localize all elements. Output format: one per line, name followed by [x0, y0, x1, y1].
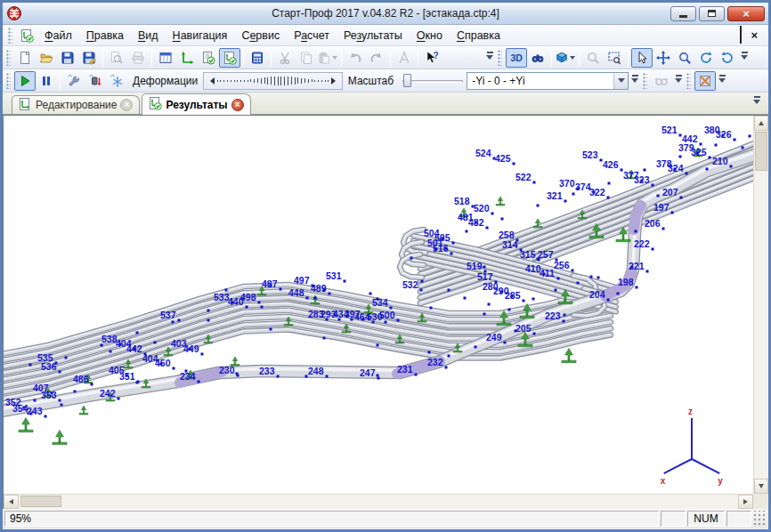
new-document-button[interactable] — [14, 48, 36, 68]
toolbar-overflow-button[interactable] — [672, 72, 685, 90]
node-label: 487 — [262, 278, 278, 289]
tab-results[interactable]: Результаты × — [142, 93, 250, 115]
horizontal-scrollbar[interactable] — [4, 494, 753, 509]
toolbar-overflow-button[interactable] — [738, 49, 751, 67]
node-label: 210 — [712, 156, 728, 166]
node-label: 497 — [294, 275, 310, 286]
scroll-right-button[interactable] — [738, 495, 753, 509]
open-file-button[interactable] — [36, 48, 57, 68]
node-label: 326 — [716, 129, 732, 140]
cold-state-button[interactable] — [106, 71, 127, 91]
save-file-button[interactable] — [57, 48, 78, 68]
resize-grip[interactable] — [753, 511, 767, 527]
node-label: 482 — [468, 217, 484, 228]
toolbar-grip[interactable] — [686, 73, 691, 89]
pan-mode-button[interactable] — [653, 48, 674, 68]
calculate-button[interactable] — [247, 48, 268, 68]
data-table-button[interactable] — [155, 48, 176, 68]
loads-display-button[interactable] — [85, 71, 106, 91]
toolbar-grip[interactable] — [6, 73, 11, 89]
zoom-window-button[interactable] — [604, 48, 625, 68]
view-orientation-button[interactable] — [555, 48, 576, 68]
scroll-up-button[interactable] — [754, 116, 768, 131]
node-label: 197 — [653, 202, 670, 213]
toolbar-grip[interactable] — [498, 50, 502, 66]
supports-display-button[interactable] — [63, 71, 85, 91]
node-marker — [207, 319, 210, 322]
node-label: 206 — [645, 218, 661, 229]
spinner-right-button[interactable] — [330, 73, 341, 89]
node-label: 351 — [119, 371, 135, 382]
menubar-grip[interactable] — [8, 28, 12, 44]
close-button[interactable]: × — [727, 6, 765, 21]
scroll-down-button[interactable] — [754, 479, 768, 494]
toolbar-grip[interactable] — [643, 73, 647, 89]
slider-thumb[interactable] — [403, 74, 411, 87]
results-tab-close-icon[interactable]: × — [231, 99, 244, 111]
menu-item-view[interactable]: Вид — [131, 27, 166, 44]
scroll-left-button[interactable] — [4, 495, 19, 509]
toolbar-overflow-button[interactable] — [716, 72, 728, 90]
save-as-button[interactable] — [78, 48, 100, 68]
node-marker — [644, 169, 646, 172]
toolbar-overflow-button[interactable] — [483, 49, 496, 67]
paste-button[interactable] — [317, 48, 338, 68]
context-help-button[interactable]: ? — [421, 48, 442, 68]
select-mode-button[interactable] — [631, 48, 653, 68]
print-preview-button[interactable] — [106, 48, 127, 68]
vertical-scroll-thumb[interactable] — [755, 132, 767, 171]
zoom-dynamic-button[interactable] — [582, 48, 604, 68]
pause-animation-button[interactable] — [36, 71, 57, 91]
menu-item-calculation[interactable]: Расчет — [287, 27, 337, 44]
node-marker — [652, 184, 654, 187]
menu-item-results[interactable]: Результаты — [337, 27, 410, 44]
rotate-free-mode-button[interactable] — [717, 48, 738, 68]
node-marker — [173, 367, 175, 370]
paste-icon — [318, 51, 330, 65]
glasses-icon — [654, 74, 669, 88]
measure-button[interactable] — [394, 48, 415, 68]
combobox-dropdown-button[interactable] — [613, 73, 628, 89]
print-button[interactable] — [127, 48, 149, 68]
copy-button[interactable] — [296, 48, 317, 68]
menu-item-service[interactable]: Сервис — [234, 27, 287, 44]
node-marker — [136, 332, 139, 335]
redo-button[interactable] — [366, 48, 387, 68]
menu-item-navigation[interactable]: Навигация — [166, 27, 235, 44]
toolbar-grip[interactable] — [6, 50, 11, 66]
undo-button[interactable] — [345, 48, 366, 68]
menu-item-help[interactable]: Справка — [450, 27, 507, 44]
menu-item-file[interactable]: Файл — [37, 27, 79, 44]
rotate-mode-button[interactable] — [695, 48, 717, 68]
menu-item-edit[interactable]: Правка — [79, 27, 131, 44]
zoom-mode-button[interactable] — [674, 48, 695, 68]
scale-slider[interactable] — [402, 73, 463, 89]
status-cell-empty — [726, 511, 751, 527]
tab-editing[interactable]: Редактирование × — [12, 95, 140, 114]
glasses-view-button[interactable] — [651, 71, 672, 91]
editing-tab-close-icon[interactable]: × — [120, 99, 133, 111]
deformation-frame-spinner[interactable] — [203, 72, 343, 90]
vertical-scrollbar[interactable] — [753, 116, 768, 494]
horizontal-scroll-thumb[interactable] — [20, 496, 61, 507]
node-marker — [564, 314, 566, 317]
minimize-button[interactable] — [670, 6, 696, 21]
maximize-button[interactable] — [699, 6, 725, 21]
model-canvas[interactable]: 5355365384044424034495374864053514044504… — [4, 116, 754, 495]
find-button[interactable] — [527, 48, 548, 68]
check-model-button[interactable] — [198, 48, 219, 68]
toolbar-overflow-button[interactable] — [629, 72, 641, 90]
projection-combobox[interactable]: -Yi - 0 - +Yi — [467, 72, 629, 90]
menu-item-window[interactable]: Окно — [410, 27, 450, 44]
model-editor-button[interactable] — [176, 48, 198, 68]
node-marker — [270, 328, 272, 331]
view-3d-button[interactable]: 3D — [506, 48, 527, 68]
play-animation-button[interactable] — [14, 71, 36, 91]
results-view-button[interactable] — [219, 48, 240, 68]
spinner-left-button[interactable] — [205, 73, 215, 89]
mdi-restore-button[interactable] — [740, 28, 742, 44]
hide-deformations-button[interactable] — [694, 71, 716, 91]
mdi-close-button[interactable]: × — [751, 30, 758, 41]
tab-list-button[interactable] — [751, 93, 763, 110]
cut-button[interactable] — [274, 48, 296, 68]
